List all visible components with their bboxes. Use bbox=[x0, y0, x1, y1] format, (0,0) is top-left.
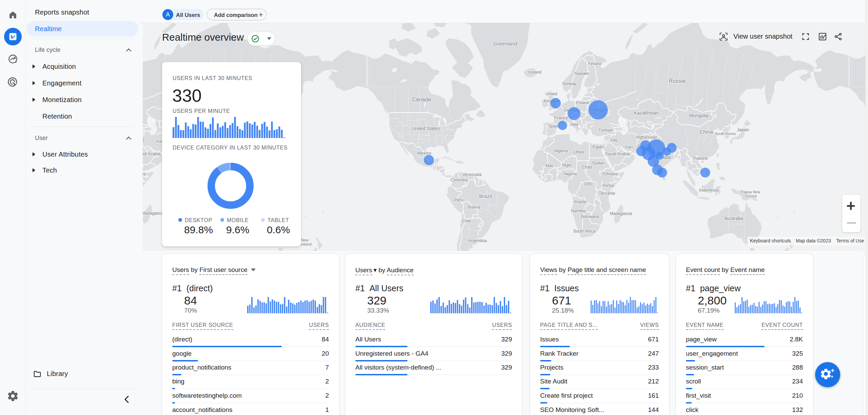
svg-text:Bolivia: Bolivia bbox=[468, 205, 480, 210]
svg-text:Venezuela: Venezuela bbox=[462, 172, 481, 177]
svg-text:Iceland: Iceland bbox=[528, 70, 541, 75]
svg-text:Sweden: Sweden bbox=[574, 71, 589, 76]
svg-text:Saudi Arabia: Saudi Arabia bbox=[143, 151, 161, 156]
svg-text:Italy: Italy bbox=[570, 122, 578, 127]
svg-text:Madagascar: Madagascar bbox=[143, 211, 164, 216]
svg-text:Sudan: Sudan bbox=[592, 160, 605, 165]
svg-text:Türkiye: Türkiye bbox=[598, 127, 613, 133]
svg-text:United States: United States bbox=[412, 126, 440, 131]
svg-text:Libya: Libya bbox=[573, 149, 584, 154]
svg-text:Russia: Russia bbox=[669, 78, 686, 84]
svg-text:United: United bbox=[546, 92, 557, 96]
svg-text:Australia: Australia bbox=[725, 216, 743, 221]
svg-text:Niger: Niger bbox=[562, 163, 572, 167]
svg-text:Saudi Arabia: Saudi Arabia bbox=[605, 151, 630, 156]
svg-text:Finland: Finland bbox=[588, 61, 601, 66]
svg-text:Norway: Norway bbox=[563, 81, 576, 86]
svg-text:Angola: Angola bbox=[573, 199, 586, 204]
svg-text:Mali: Mali bbox=[546, 163, 553, 168]
svg-text:China: China bbox=[699, 129, 713, 135]
svg-text:Mongolia: Mongolia bbox=[689, 113, 709, 118]
svg-text:Japan: Japan bbox=[737, 127, 749, 132]
svg-text:Algeria: Algeria bbox=[554, 148, 568, 153]
svg-text:Namibia: Namibia bbox=[571, 209, 586, 213]
svg-text:Spain: Spain bbox=[548, 123, 559, 129]
svg-text:Greenland: Greenland bbox=[493, 41, 517, 46]
svg-text:South Korea: South Korea bbox=[715, 132, 736, 136]
svg-text:Canada: Canada bbox=[412, 97, 431, 102]
svg-text:Peru: Peru bbox=[454, 197, 463, 202]
svg-text:Iraq: Iraq bbox=[610, 138, 617, 142]
svg-text:Kazakhstan: Kazakhstan bbox=[634, 110, 658, 116]
svg-text:Nigeria: Nigeria bbox=[564, 172, 577, 176]
svg-text:Indonesia: Indonesia bbox=[699, 187, 718, 193]
svg-text:Chile: Chile bbox=[462, 219, 471, 223]
svg-text:South Africa: South Africa bbox=[573, 229, 595, 234]
svg-text:Colombia: Colombia bbox=[451, 178, 468, 182]
svg-text:Somalia: Somalia bbox=[143, 172, 146, 176]
svg-text:Mexico: Mexico bbox=[417, 151, 431, 156]
svg-text:Guinea: Guinea bbox=[745, 194, 757, 198]
svg-text:Ethiopia: Ethiopia bbox=[603, 172, 618, 176]
svg-text:New: New bbox=[301, 238, 309, 242]
svg-text:Botswana: Botswana bbox=[581, 214, 599, 219]
svg-text:Papua New: Papua New bbox=[741, 190, 761, 194]
svg-text:Iran: Iran bbox=[625, 144, 633, 150]
svg-text:DRC: DRC bbox=[584, 182, 593, 186]
svg-text:Egypt: Egypt bbox=[592, 144, 604, 149]
svg-text:Brazil: Brazil bbox=[479, 193, 492, 199]
svg-text:Iraq: Iraq bbox=[143, 137, 144, 142]
svg-text:Madagascar: Madagascar bbox=[610, 211, 632, 216]
svg-text:Chad: Chad bbox=[582, 165, 592, 170]
svg-text:Tanzania: Tanzania bbox=[599, 191, 615, 196]
svg-text:France: France bbox=[554, 115, 568, 120]
svg-text:Afghanistan: Afghanistan bbox=[636, 135, 657, 140]
svg-text:Argentina: Argentina bbox=[468, 238, 487, 243]
svg-text:Thailand: Thailand bbox=[692, 156, 708, 161]
svg-text:Poland: Poland bbox=[576, 100, 589, 105]
svg-text:Kenya: Kenya bbox=[603, 183, 614, 188]
